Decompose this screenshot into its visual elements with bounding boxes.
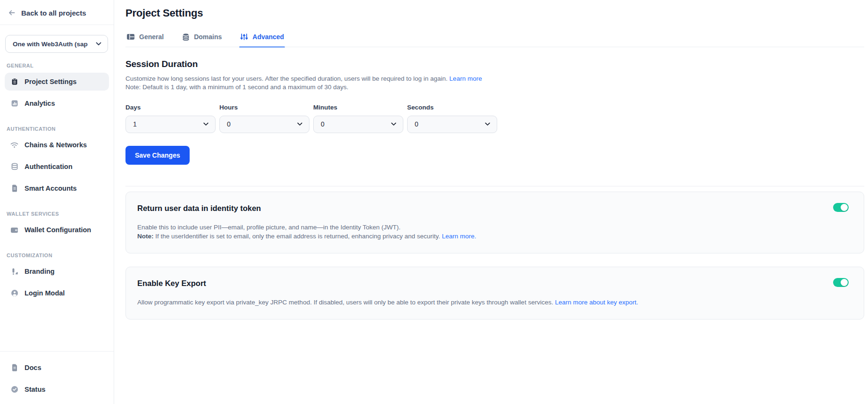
key-export-title: Enable Key Export [137,279,826,288]
duration-fields: Days 1 Hours 0 Minutes 0 [125,104,864,133]
days-value: 1 [133,120,137,128]
session-duration-section: Session Duration Customize how long sess… [125,59,864,165]
hours-value: 0 [227,120,231,128]
sidebar-item-label: Docs [25,364,41,371]
chevron-down-icon [485,123,490,126]
tab-general[interactable]: General [125,32,165,47]
section-label-general: GENERAL [7,63,107,68]
session-duration-title: Session Duration [125,59,864,69]
days-select[interactable]: 1 [125,116,216,133]
sidebar-item-label: Login Modal [25,289,65,297]
identity-learn-more-link[interactable]: Learn more. [442,233,476,240]
description-line1: Enable this to include user PII—email, p… [137,224,401,231]
key-export-toggle[interactable] [833,278,849,287]
chevron-down-icon [297,123,302,126]
session-duration-description: Customize how long sessions last for you… [125,75,864,92]
sliders-icon [240,33,248,41]
minutes-field: Minutes 0 [313,104,403,133]
tab-label: Domains [194,33,222,41]
tab-label: Advanced [252,33,284,41]
section-label-authentication: AUTHENTICATION [7,126,107,132]
description-text: Customize how long sessions last for you… [125,75,450,82]
key-export-learn-more-link[interactable]: Learn more about key export. [555,299,638,306]
database-icon [10,163,18,170]
sidebar-footer: Docs Status [0,351,114,404]
sidebar-item-label: Status [25,386,45,393]
days-field: Days 1 [125,104,216,133]
sidebar-item-label: Project Settings [25,78,76,85]
sidebar-item-project-settings[interactable]: Project Settings [5,73,109,91]
bar-chart-icon [10,100,18,107]
user-circle-icon [10,289,18,297]
sidebar-item-label: Wallet Configuration [25,226,91,234]
section-label-customization: CUSTOMIZATION [7,252,107,258]
clipboard-icon [10,78,18,85]
days-label: Days [125,104,216,111]
table-icon [126,34,135,40]
project-selector[interactable]: One with Web3Auth (sap [5,35,108,53]
sidebar-item-status[interactable]: Status [5,380,109,398]
sidebar-item-authentication[interactable]: Authentication [5,158,109,176]
back-to-projects-link[interactable]: Back to all projects [0,0,114,25]
session-note-text: Note: Default is 1 day, with a minimum o… [125,84,348,91]
tab-bar: General Domains Advanced [125,32,864,47]
toggle-knob [841,279,848,286]
sidebar-item-label: Smart Accounts [25,185,77,192]
seconds-select[interactable]: 0 [407,116,497,133]
hours-label: Hours [219,104,309,111]
sidebar-item-analytics[interactable]: Analytics [5,94,109,112]
sidebar-item-smart-accounts[interactable]: Smart Accounts [5,179,109,197]
sidebar-item-label: Analytics [25,100,55,107]
identity-token-title: Return user data in identity token [137,204,826,213]
minutes-select[interactable]: 0 [313,116,403,133]
page-title: Project Settings [125,7,864,19]
arrow-left-icon [8,8,16,17]
section-label-wallet-services: WALLET SERVICES [7,211,107,217]
database-icon [182,33,190,41]
sidebar-item-chains-networks[interactable]: Chains & Networks [5,136,109,154]
hours-field: Hours 0 [219,104,309,133]
sidebar: Back to all projects One with Web3Auth (… [0,0,114,404]
identity-token-description: Enable this to include user PII—email, p… [137,223,826,241]
back-label: Back to all projects [21,9,86,17]
wifi-icon [10,142,18,148]
chevron-down-icon [96,42,101,46]
key-export-description: Allow programmatic key export via privat… [137,298,826,307]
sidebar-item-label: Authentication [25,163,73,170]
wallet-icon [10,227,18,234]
chevron-down-icon [203,123,209,126]
description-line2: If the userIdentifier is set to email, o… [154,233,442,240]
save-changes-button[interactable]: Save Changes [125,146,190,165]
sidebar-item-label: Chains & Networks [25,141,87,149]
paintbrush-icon [10,268,18,275]
file-icon [10,364,18,371]
hours-select[interactable]: 0 [219,116,309,133]
identity-token-card: Return user data in identity token Enabl… [125,192,864,253]
sidebar-item-label: Branding [25,268,55,275]
section-divider [125,186,864,186]
tab-advanced[interactable]: Advanced [239,32,285,47]
identity-token-toggle[interactable] [833,203,849,212]
sidebar-item-branding[interactable]: Branding [5,262,109,280]
file-icon [10,185,18,192]
seconds-field: Seconds 0 [407,104,497,133]
toggle-knob [841,204,848,211]
sidebar-item-login-modal[interactable]: Login Modal [5,284,109,302]
sidebar-item-wallet-configuration[interactable]: Wallet Configuration [5,221,109,239]
project-selector-value: One with Web3Auth (sap [13,41,88,48]
tab-domains[interactable]: Domains [181,32,223,47]
session-learn-more-link[interactable]: Learn more [450,75,482,82]
note-label: Note: [137,233,154,240]
chevron-down-icon [391,123,396,126]
description-line1: Allow programmatic key export via privat… [137,299,555,306]
check-circle-icon [10,386,18,393]
minutes-label: Minutes [313,104,403,111]
seconds-value: 0 [415,120,418,128]
key-export-card: Enable Key Export Allow programmatic key… [125,267,864,320]
sidebar-item-docs[interactable]: Docs [5,359,109,377]
seconds-label: Seconds [407,104,497,111]
tab-label: General [139,33,164,41]
minutes-value: 0 [321,120,325,128]
main-content: Project Settings General Domains Advance… [114,0,868,404]
